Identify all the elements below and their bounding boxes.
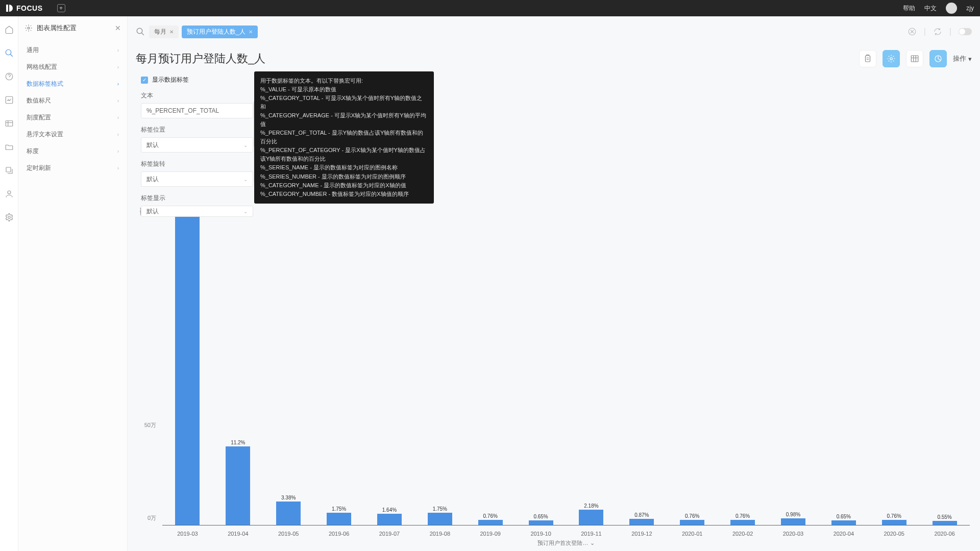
top-header: FOCUS + 帮助 中文 zjy [0,0,980,16]
avatar[interactable] [946,3,957,14]
logo-icon [6,5,13,12]
lang-link[interactable]: 中文 [924,4,937,13]
add-tab-button[interactable]: + [57,4,65,12]
header-right: 帮助 中文 zjy [903,3,974,14]
app-name: FOCUS [16,4,43,12]
help-link[interactable]: 帮助 [903,4,915,13]
logo: FOCUS [6,4,43,12]
user-name: zjy [966,5,974,12]
